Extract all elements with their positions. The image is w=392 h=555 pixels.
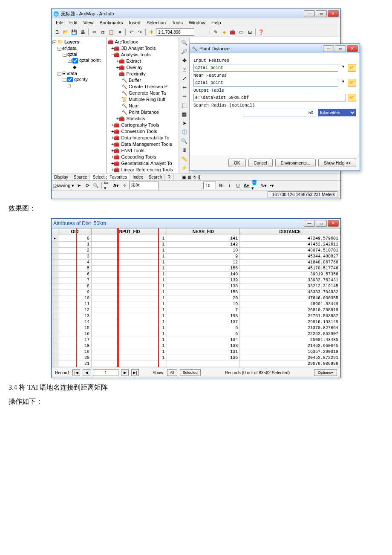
- menu-bookmarks[interactable]: Bookmarks: [97, 19, 125, 26]
- select-icon[interactable]: ⬚: [181, 101, 188, 109]
- italic-icon[interactable]: I: [225, 182, 233, 189]
- hyperlink-icon[interactable]: ⚡: [181, 165, 188, 172]
- tool-item[interactable]: +🧰 Data Interoperability To: [108, 135, 178, 141]
- minimize-button[interactable]: —: [304, 10, 315, 17]
- table-row[interactable]: 19113116357.290318: [52, 349, 340, 355]
- font-size-select[interactable]: [203, 182, 216, 189]
- arccatalog-icon[interactable]: ◈: [220, 28, 228, 36]
- model-icon[interactable]: ⊟: [246, 28, 254, 36]
- pointer-icon[interactable]: ➤: [181, 120, 188, 127]
- tool-item[interactable]: −🧰 Analysis Tools: [108, 52, 178, 58]
- toc-item[interactable]: ◆: [52, 64, 105, 70]
- open-icon[interactable]: 📂: [62, 28, 69, 36]
- fixed-zoom-icon[interactable]: ⤢: [181, 75, 188, 82]
- table-row[interactable]: 2129079.036929: [52, 361, 340, 367]
- add-data-icon[interactable]: ✚: [147, 28, 155, 36]
- table-row[interactable]: 31945344.480827: [52, 254, 340, 260]
- map-canvas[interactable]: 🔨Point Distance — ▭ ✕ Input Features ▾📂 …: [190, 37, 340, 173]
- menu-file[interactable]: File: [53, 19, 66, 26]
- line-color-icon[interactable]: ✎▾: [259, 182, 267, 189]
- table-row[interactable]: 411241848.867766: [52, 260, 340, 266]
- edit-vertices-icon[interactable]: ✧: [121, 182, 128, 189]
- ok-button[interactable]: OK: [228, 159, 245, 167]
- pd-maximize[interactable]: ▭: [335, 45, 346, 52]
- tool-item[interactable]: −🧰 Proximity: [108, 71, 178, 77]
- table-row[interactable]: 1012047646.030355: [52, 295, 340, 301]
- font-color-icon[interactable]: A▾: [242, 182, 250, 189]
- undo-icon[interactable]: ↶: [127, 28, 135, 36]
- tool-item[interactable]: +🧰 ENVI Tools: [108, 147, 178, 154]
- attr-close[interactable]: ✕: [328, 220, 339, 227]
- last-record-icon[interactable]: ▶|: [131, 369, 139, 376]
- delete-icon[interactable]: ✕: [116, 28, 124, 36]
- record-number-field[interactable]: [93, 369, 118, 376]
- tool-item[interactable]: +🧰 3D Analyst Tools: [108, 45, 178, 52]
- refresh-icon[interactable]: ↻: [193, 175, 196, 179]
- browse-icon[interactable]: 📂: [348, 94, 356, 101]
- prev-record-icon[interactable]: ◀: [83, 369, 90, 376]
- tool-item[interactable]: +🧰 Geostatistical Analyst To: [108, 160, 178, 167]
- zoom-draw-icon[interactable]: 🔍: [92, 182, 100, 189]
- print-icon[interactable]: 🖶: [79, 28, 86, 36]
- tool-item[interactable]: 🔨 Near: [108, 103, 178, 109]
- arctoolbox-root[interactable]: 🧰 ArcToolbox: [108, 39, 178, 45]
- underline-icon[interactable]: U: [234, 182, 242, 189]
- cancel-button[interactable]: Cancel: [248, 159, 273, 167]
- table-row[interactable]: 121726810.258819: [52, 307, 340, 313]
- tab-display[interactable]: Display: [52, 174, 71, 180]
- next-record-icon[interactable]: ▶: [121, 369, 129, 376]
- table-row[interactable]: 1114247452.242611: [52, 242, 340, 248]
- toc-item[interactable]: −e:\data: [52, 45, 105, 51]
- select-element-icon[interactable]: ➤: [75, 182, 83, 189]
- back-icon[interactable]: ⬅: [181, 84, 188, 91]
- table-row[interactable]: 8113833212.319145: [52, 283, 340, 289]
- column-header[interactable]: INPUT_FID: [91, 228, 167, 235]
- pause-icon[interactable]: ‖: [198, 175, 200, 179]
- menu-help[interactable]: Help: [209, 19, 224, 26]
- maximize-button[interactable]: ▭: [316, 10, 327, 17]
- cmd-icon[interactable]: ▭: [237, 28, 245, 36]
- marker-color-icon[interactable]: •▾: [268, 182, 276, 189]
- zoom-in-icon[interactable]: 🔍: [181, 39, 188, 46]
- table-row[interactable]: 5115645170.517746: [52, 266, 340, 272]
- table-row[interactable]: 151521370.827864: [52, 325, 340, 331]
- rotate-icon[interactable]: ⟳: [84, 182, 91, 189]
- tool-item[interactable]: +🧰 Extract: [108, 58, 178, 64]
- input-features-field[interactable]: [193, 64, 338, 72]
- column-header[interactable]: OID: [58, 228, 92, 235]
- tab-index[interactable]: Index: [130, 174, 146, 180]
- column-header[interactable]: DISTANCE: [240, 228, 340, 235]
- show-selected-button[interactable]: Selected: [180, 369, 201, 376]
- table-row[interactable]: 161622252.852907: [52, 331, 340, 337]
- zoom-out-icon[interactable]: 🔎: [181, 48, 188, 55]
- attr-maximize[interactable]: ▭: [316, 220, 327, 227]
- near-features-field[interactable]: [193, 79, 338, 87]
- copy-icon[interactable]: ⧉: [99, 28, 107, 36]
- tab-source[interactable]: Source: [71, 174, 90, 180]
- show-help-button[interactable]: Show Help >>: [318, 159, 356, 167]
- paste-icon[interactable]: 📋: [107, 28, 115, 36]
- menu-edit[interactable]: Edit: [67, 19, 80, 26]
- toc-root[interactable]: −📁 Layers: [52, 39, 105, 45]
- pan-icon[interactable]: ✥: [181, 57, 188, 64]
- new-icon[interactable]: 🗋: [53, 28, 61, 36]
- drawing-label[interactable]: Drawing ▾: [53, 183, 74, 188]
- view-layout-icon[interactable]: ▦: [187, 175, 191, 179]
- toc-item[interactable]: −qztai: [52, 51, 105, 57]
- menu-tools[interactable]: Tools: [169, 19, 185, 26]
- tool-item[interactable]: 🔨 Generate Near Ta: [108, 90, 178, 96]
- editor-icon[interactable]: ✎: [212, 28, 219, 36]
- cut-icon[interactable]: ✂: [90, 28, 98, 36]
- pd-close[interactable]: ✕: [347, 45, 358, 52]
- tool-item[interactable]: +🧰 Cartography Tools: [108, 122, 178, 128]
- goto-xy-icon[interactable]: ⊕: [181, 147, 188, 154]
- column-header[interactable]: NEAR_FID: [167, 228, 240, 235]
- first-record-icon[interactable]: |◀: [72, 369, 80, 376]
- units-select[interactable]: Kilometers: [318, 109, 356, 116]
- toc-item[interactable]: −E:\data: [52, 70, 105, 76]
- tab-results[interactable]: R: [165, 174, 173, 180]
- table-row[interactable]: 14113729916.193149: [52, 319, 340, 325]
- tab-search[interactable]: Search: [146, 174, 165, 180]
- forward-icon[interactable]: ➡: [181, 92, 188, 100]
- view-data-icon[interactable]: ▣: [182, 175, 186, 179]
